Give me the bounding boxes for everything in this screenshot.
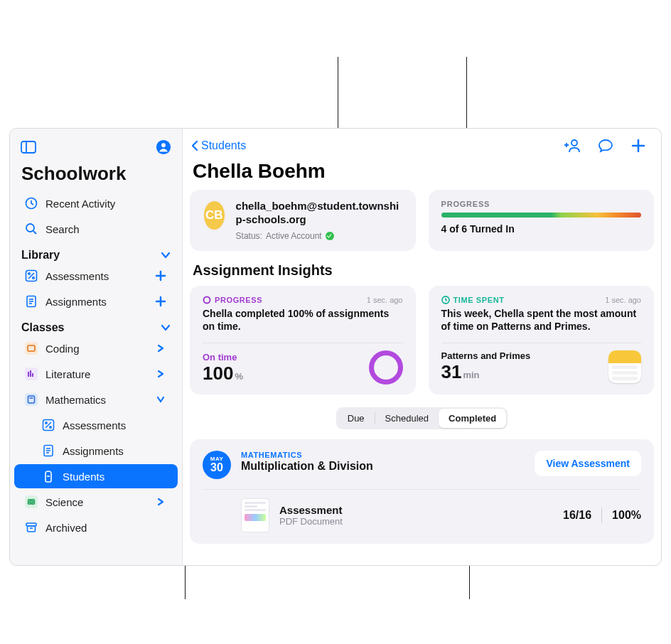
svg-point-5 bbox=[26, 224, 34, 232]
svg-line-6 bbox=[33, 231, 36, 234]
sidebar-item-recent-activity[interactable]: Recent Activity bbox=[14, 191, 178, 215]
svg-line-8 bbox=[28, 273, 34, 279]
percent-icon bbox=[24, 269, 38, 283]
metric-unit: min bbox=[463, 370, 479, 380]
class-icon bbox=[25, 342, 38, 355]
insight-badge: PROGRESS bbox=[203, 296, 262, 304]
percent: 100% bbox=[612, 509, 641, 522]
sidebar: Schoolwork Recent Activity Search Librar… bbox=[10, 129, 183, 565]
toggle-sidebar-icon[interactable] bbox=[18, 137, 38, 157]
chevron-right-icon bbox=[154, 495, 168, 509]
svg-point-3 bbox=[161, 143, 166, 147]
section-label: Classes bbox=[21, 321, 65, 334]
chevron-down-icon bbox=[154, 392, 168, 407]
sidebar-item-label: Recent Activity bbox=[45, 198, 168, 210]
sidebar-item-label: Mathematics bbox=[45, 394, 146, 406]
document-type: PDF Document bbox=[279, 516, 343, 527]
metric-label: On time bbox=[203, 352, 243, 363]
sidebar-item-label: Science bbox=[45, 496, 146, 508]
insight-headline: Chella completed 100% of assignments on … bbox=[203, 307, 403, 333]
chat-icon[interactable] bbox=[596, 136, 616, 156]
insight-timestamp: 1 sec. ago bbox=[605, 296, 641, 304]
svg-point-10 bbox=[33, 277, 35, 279]
insight-badge: TIME SPENT bbox=[441, 296, 505, 304]
sidebar-item-coding[interactable]: Coding bbox=[14, 336, 178, 360]
svg-point-9 bbox=[28, 273, 31, 275]
sidebar-item-mathematics[interactable]: Mathematics bbox=[14, 387, 178, 412]
document-icon bbox=[41, 444, 55, 458]
svg-line-26 bbox=[45, 422, 51, 428]
svg-point-44 bbox=[204, 296, 210, 303]
student-info-card: CB chella_boehm@student.township-schools… bbox=[190, 190, 416, 251]
add-icon[interactable] bbox=[628, 136, 648, 156]
chevron-right-icon bbox=[154, 341, 168, 355]
page-title: Chella Boehm bbox=[190, 159, 654, 190]
class-icon bbox=[25, 495, 38, 508]
add-icon[interactable] bbox=[154, 269, 168, 283]
assignment-document-row[interactable]: Assessment PDF Document 16/16 100% bbox=[203, 489, 641, 544]
sidebar-subitem-math-students[interactable]: Students bbox=[14, 464, 178, 488]
svg-point-27 bbox=[45, 422, 47, 424]
progress-label: PROGRESS bbox=[441, 200, 642, 208]
sidebar-item-label: Literature bbox=[45, 368, 146, 380]
sidebar-subitem-math-assessments[interactable]: Assessments bbox=[14, 413, 178, 437]
section-label: Library bbox=[21, 249, 60, 262]
percent-icon bbox=[41, 418, 55, 432]
svg-rect-21 bbox=[30, 370, 31, 377]
svg-point-33 bbox=[31, 501, 33, 503]
svg-rect-22 bbox=[32, 373, 33, 377]
sidebar-item-archived[interactable]: Archived bbox=[14, 515, 178, 540]
sidebar-item-label: Assessments bbox=[63, 419, 168, 431]
metric-unit: % bbox=[235, 371, 243, 382]
sidebar-item-label: Search bbox=[45, 223, 168, 235]
avatar: CB bbox=[203, 200, 226, 231]
date-badge: MAY 30 bbox=[203, 451, 231, 479]
insight-progress-card[interactable]: PROGRESS 1 sec. ago Chella completed 100… bbox=[190, 286, 416, 395]
class-icon bbox=[25, 367, 38, 380]
chevron-right-icon bbox=[154, 367, 168, 381]
sidebar-item-assignments[interactable]: Assignments bbox=[14, 289, 178, 313]
progress-card: PROGRESS 4 of 6 Turned In bbox=[429, 190, 655, 251]
svg-rect-0 bbox=[21, 141, 36, 153]
metric-label: Patterns and Primes bbox=[441, 350, 531, 361]
progress-text: 4 of 6 Turned In bbox=[441, 223, 642, 235]
svg-rect-20 bbox=[28, 372, 29, 377]
sidebar-section-classes[interactable]: Classes bbox=[10, 314, 182, 336]
progress-bar bbox=[441, 213, 642, 218]
add-icon[interactable] bbox=[154, 294, 168, 308]
account-icon[interactable] bbox=[154, 137, 173, 157]
assignment-card: MAY 30 MATHEMATICS Multiplication & Divi… bbox=[190, 439, 654, 544]
add-person-icon[interactable] bbox=[563, 136, 583, 156]
student-status: Status: Active Account bbox=[236, 231, 403, 241]
sidebar-section-library[interactable]: Library bbox=[10, 242, 182, 263]
segment-due[interactable]: Due bbox=[338, 409, 375, 428]
document-name: Assessment bbox=[279, 504, 343, 516]
segment-completed[interactable]: Completed bbox=[439, 409, 506, 428]
search-icon bbox=[24, 222, 38, 236]
metric-value: 31 bbox=[441, 361, 462, 383]
insight-headline: This week, Chella spent the most amount … bbox=[441, 307, 642, 333]
back-button[interactable]: Students bbox=[190, 139, 246, 152]
assignment-title: Multiplication & Division bbox=[241, 460, 373, 473]
verified-icon bbox=[326, 232, 334, 240]
sidebar-item-assessments[interactable]: Assessments bbox=[14, 264, 178, 288]
segment-scheduled[interactable]: Scheduled bbox=[375, 409, 439, 428]
metric-value: 100 bbox=[203, 363, 233, 385]
assignment-subject: MATHEMATICS bbox=[241, 451, 373, 459]
sidebar-item-literature[interactable]: Literature bbox=[14, 362, 178, 386]
sidebar-item-label: Coding bbox=[45, 343, 146, 355]
sidebar-item-search[interactable]: Search bbox=[14, 217, 178, 241]
notes-app-icon bbox=[608, 350, 641, 383]
chevron-left-icon bbox=[190, 139, 200, 152]
clock-icon bbox=[24, 196, 38, 210]
view-assessment-button[interactable]: View Assessment bbox=[535, 451, 641, 476]
insight-timespent-card[interactable]: TIME SPENT 1 sec. ago This week, Chella … bbox=[429, 286, 655, 395]
sidebar-item-science[interactable]: Science bbox=[14, 490, 178, 514]
app-title: Schoolwork bbox=[10, 160, 182, 190]
target-icon bbox=[203, 296, 211, 304]
insights-header: Assignment Insights bbox=[190, 251, 654, 286]
donut-chart-icon bbox=[369, 350, 403, 385]
svg-point-28 bbox=[50, 426, 51, 428]
sidebar-subitem-math-assignments[interactable]: Assignments bbox=[14, 439, 178, 463]
backpack-icon bbox=[41, 469, 55, 483]
